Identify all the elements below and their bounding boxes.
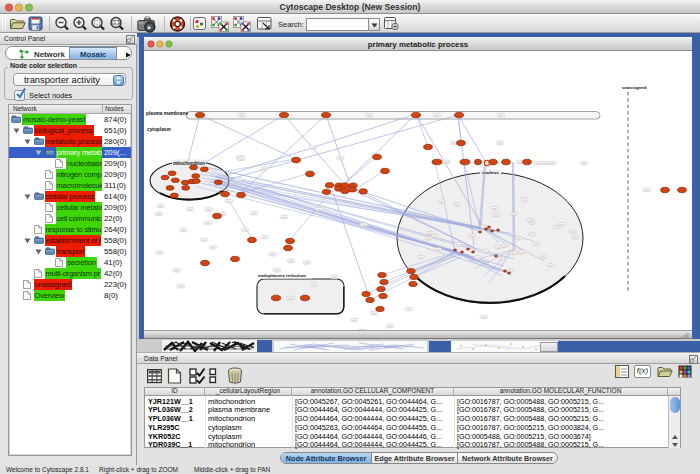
svg-text:1:1: 1:1 [113, 20, 120, 25]
svg-text:cytoplasm: cytoplasm [147, 127, 171, 132]
svg-text:plasma membrane: plasma membrane [146, 111, 188, 116]
svg-text:mitochondrion: mitochondrion [173, 161, 205, 166]
svg-text:unassigned: unassigned [622, 85, 647, 90]
svg-text:endoplasmic reticulum: endoplasmic reticulum [258, 273, 306, 278]
